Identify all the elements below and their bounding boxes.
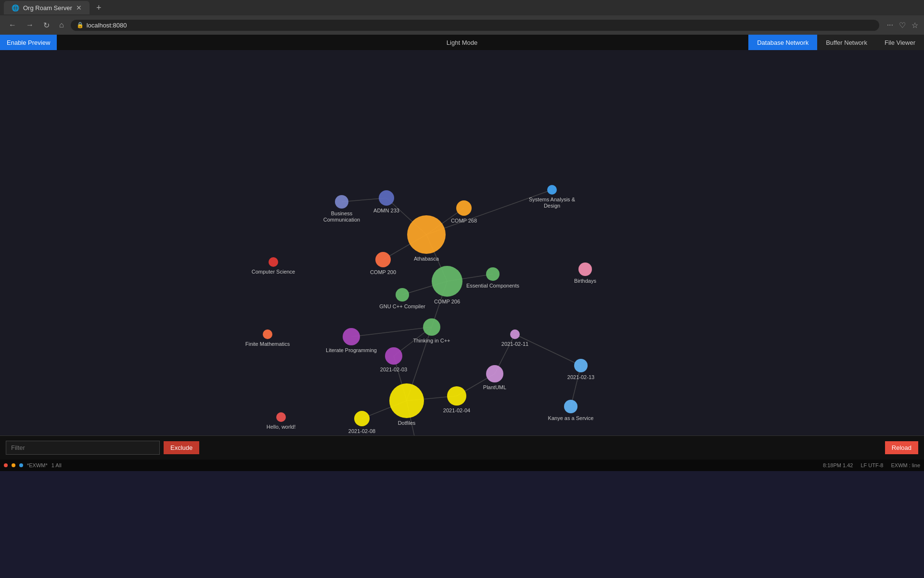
emacs-indicator: *EXWM* (27, 462, 48, 468)
svg-point-50 (385, 347, 402, 365)
svg-text:COMP 268: COMP 268 (451, 218, 477, 223)
svg-text:Systems Analysis &Design: Systems Analysis &Design (529, 197, 576, 209)
exclude-button[interactable]: Exclude (164, 441, 199, 454)
bookmark-icon[interactable]: ☆ (911, 21, 918, 30)
filter-input[interactable] (6, 441, 160, 455)
svg-point-34 (432, 266, 462, 297)
svg-point-64 (354, 411, 370, 426)
svg-text:Essential Components: Essential Components (466, 283, 520, 289)
status-bar: *EXWM* 1 All 8:18PM 1.42 LF UTF-8 EXWM :… (0, 460, 924, 471)
svg-line-19 (515, 334, 581, 366)
back-button[interactable]: ← (6, 19, 19, 31)
status-dot-yellow (12, 463, 15, 467)
svg-text:Kanye as a Service: Kanye as a Service (548, 415, 594, 421)
home-button[interactable]: ⌂ (56, 19, 67, 31)
encoding-display: LF UTF-8 (860, 462, 883, 468)
database-network-tab[interactable]: Database Network (748, 35, 817, 50)
svg-point-56 (389, 383, 424, 418)
svg-point-44 (263, 329, 272, 339)
svg-text:2021-02-11: 2021-02-11 (501, 341, 528, 347)
tab-favicon: 🌐 (12, 4, 19, 12)
svg-point-58 (447, 386, 466, 406)
svg-point-62 (276, 412, 286, 422)
more-options-icon[interactable]: ··· (887, 21, 893, 30)
svg-point-30 (375, 252, 391, 267)
svg-text:2021-02-04: 2021-02-04 (443, 407, 470, 413)
svg-point-60 (564, 400, 578, 413)
browser-title-bar: 🌐 Org Roam Server ✕ + (0, 0, 924, 15)
svg-point-40 (396, 288, 409, 302)
light-mode-label: Light Mode (447, 39, 477, 46)
toolbar-tabs: Database Network Buffer Network File Vie… (748, 35, 924, 50)
reload-page-button[interactable]: ↻ (40, 19, 52, 32)
svg-text:Literate Programming: Literate Programming (326, 347, 377, 353)
reload-button[interactable]: Reload (885, 441, 918, 454)
time-display: 8:18PM 1.42 (823, 462, 853, 468)
svg-point-48 (510, 329, 520, 339)
network-svg: BusinessCommunicationADMN 233COMP 268Sys… (0, 50, 924, 435)
status-dot-blue (19, 463, 23, 467)
svg-text:2021-02-13: 2021-02-13 (567, 374, 594, 380)
svg-point-38 (578, 263, 592, 276)
svg-point-32 (269, 257, 278, 267)
svg-point-24 (456, 200, 472, 216)
svg-text:BusinessCommunication: BusinessCommunication (323, 210, 360, 223)
pocket-icon[interactable]: ♡ (899, 21, 906, 30)
filter-bar: Exclude Reload (0, 435, 924, 460)
svg-point-52 (486, 365, 503, 382)
svg-line-9 (351, 327, 432, 337)
svg-point-20 (335, 195, 348, 209)
svg-text:COMP 200: COMP 200 (370, 269, 396, 275)
network-canvas[interactable]: BusinessCommunicationADMN 233COMP 268Sys… (0, 50, 924, 435)
svg-text:Birthdays: Birthdays (574, 278, 596, 284)
svg-text:PlantUML: PlantUML (483, 384, 506, 390)
forward-button[interactable]: → (23, 19, 37, 31)
svg-text:Dotfiles: Dotfiles (398, 420, 416, 426)
svg-text:GNU C++ Compiler: GNU C++ Compiler (379, 303, 425, 309)
status-dot-red (4, 463, 8, 467)
tab-title: Org Roam Server (23, 4, 72, 12)
lock-icon: 🔒 (77, 22, 84, 28)
svg-point-28 (407, 215, 446, 254)
svg-text:COMP 206: COMP 206 (434, 299, 460, 304)
svg-text:Finite Mathematics: Finite Mathematics (245, 341, 290, 347)
svg-point-36 (486, 267, 500, 281)
svg-text:Computer Science: Computer Science (252, 269, 295, 275)
svg-text:Hello, world!: Hello, world! (267, 424, 296, 430)
enable-preview-button[interactable]: Enable Preview (0, 35, 57, 50)
workspace-label: 1 All (51, 462, 62, 468)
svg-text:2021-02-03: 2021-02-03 (380, 367, 407, 372)
address-bar[interactable] (87, 22, 873, 29)
address-bar-container: 🔒 (71, 20, 879, 31)
svg-point-54 (574, 359, 588, 372)
app-toolbar: Enable Preview Light Mode Database Netwo… (0, 35, 924, 50)
svg-point-22 (379, 190, 394, 206)
browser-tab[interactable]: 🌐 Org Roam Server ✕ (4, 1, 90, 14)
browser-nav: ← → ↻ ⌂ 🔒 ··· ♡ ☆ (0, 15, 924, 35)
svg-text:Thinking in C++: Thinking in C++ (413, 338, 450, 343)
tab-close-button[interactable]: ✕ (76, 4, 82, 12)
new-tab-button[interactable]: + (93, 3, 104, 13)
svg-text:ADMN 233: ADMN 233 (373, 208, 399, 213)
svg-point-26 (547, 185, 557, 195)
mode-display: EXWM : line (891, 462, 920, 468)
svg-text:Athabasca: Athabasca (414, 256, 439, 262)
file-viewer-tab[interactable]: File Viewer (876, 35, 924, 50)
svg-point-42 (423, 318, 440, 336)
status-right: 8:18PM 1.42 LF UTF-8 EXWM : line (823, 462, 920, 468)
buffer-network-tab[interactable]: Buffer Network (817, 35, 876, 50)
svg-text:2021-02-08: 2021-02-08 (348, 428, 375, 434)
svg-point-46 (343, 328, 360, 345)
browser-nav-icons: ··· ♡ ☆ (887, 21, 918, 30)
